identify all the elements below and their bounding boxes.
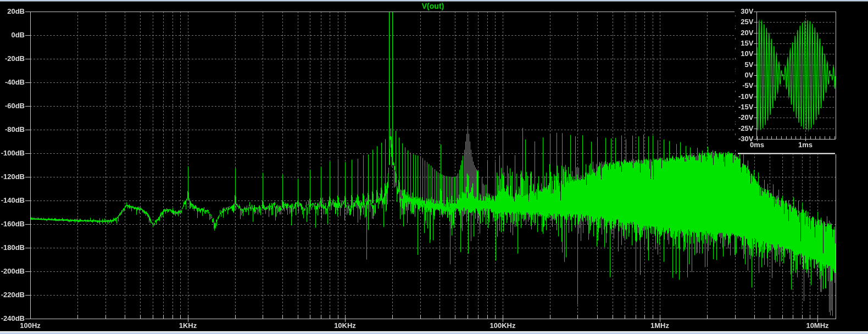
- inset-y-tick-label: -15V: [735, 103, 754, 111]
- inset-y-tick-label: 15V: [735, 40, 754, 47]
- inset-y-tick-label: 30V: [735, 8, 754, 15]
- main-y-tick-label: -20dB: [1, 55, 25, 63]
- main-y-tick-label: 20dB: [1, 8, 25, 15]
- main-y-tick-label: -220dB: [1, 291, 25, 299]
- inset-y-tick-label: 20V: [735, 29, 754, 37]
- main-y-tick-label: -60dB: [1, 102, 25, 110]
- main-x-tick-label: 100KHz: [478, 322, 527, 330]
- main-y-tick-label: 0dB: [1, 31, 25, 39]
- inset-y-tick-label: -20V: [735, 114, 754, 121]
- window-chrome-top-line: [0, 1, 868, 2]
- main-x-tick-label: 100Hz: [5, 322, 55, 330]
- main-y-tick-label: -40dB: [1, 79, 25, 86]
- inset-y-tick-label: 0V: [735, 71, 754, 79]
- main-x-tick-label: 10MHz: [793, 322, 842, 330]
- inset-y-tick-label: -10V: [735, 93, 754, 101]
- main-y-tick-label: -160dB: [1, 220, 25, 228]
- inset-y-tick-label: -5V: [735, 82, 754, 90]
- main-x-tick-label: 10KHz: [320, 322, 370, 330]
- main-x-tick-label: 1KHz: [163, 322, 213, 330]
- inset-y-tick-label: 10V: [735, 50, 754, 58]
- main-y-tick-label: -100dB: [1, 149, 25, 157]
- trace-label-vout[interactable]: V(out): [378, 2, 488, 10]
- main-y-tick-label: -140dB: [1, 197, 25, 204]
- inset-y-tick-label: -25V: [735, 125, 754, 132]
- inset-y-tick-label: 5V: [735, 61, 754, 69]
- inset-x-tick-label: 1ms: [781, 141, 830, 149]
- main-y-tick-label: -120dB: [1, 173, 25, 181]
- main-y-tick-label: -80dB: [1, 126, 25, 133]
- ltspice-waveform-window: V(out) 20dB0dB-20dB-40dB-60dB-80dB-100dB…: [0, 0, 868, 334]
- inset-y-tick-label: 25V: [735, 18, 754, 26]
- main-x-tick-label: 1MHz: [635, 322, 685, 330]
- inset-x-tick-label: 0ms: [732, 141, 782, 149]
- main-y-tick-label: -180dB: [1, 244, 25, 252]
- main-y-tick-label: -200dB: [1, 268, 25, 275]
